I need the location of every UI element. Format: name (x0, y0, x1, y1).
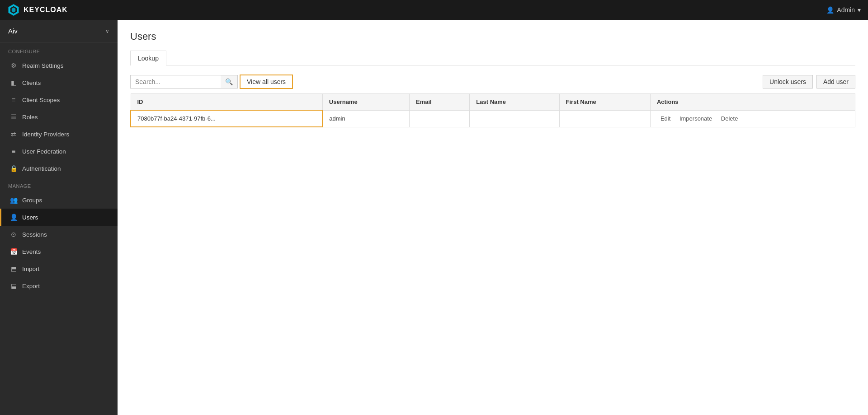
users-icon: 👤 (9, 213, 18, 221)
sidebar: Aiv ∨ Configure ⚙ Realm Settings ◧ Clien… (0, 20, 118, 415)
sidebar-item-roles[interactable]: ☰ Roles (0, 108, 118, 126)
toolbar-row: 🔍 View all users Unlock users Add user (130, 75, 855, 89)
realm-chevron-icon: ∨ (105, 28, 109, 34)
tabs: Lookup (130, 51, 855, 65)
add-user-button[interactable]: Add user (816, 75, 855, 89)
realm-name: Aiv (8, 27, 18, 35)
sidebar-item-export[interactable]: ⬓ Export (0, 277, 118, 294)
sidebar-item-label: Sessions (22, 231, 47, 238)
sidebar-item-label: Authentication (22, 165, 61, 172)
col-id: ID (131, 94, 322, 111)
authentication-icon: 🔒 (9, 164, 18, 173)
sidebar-item-realm-settings[interactable]: ⚙ Realm Settings (0, 57, 118, 74)
user-lastname-cell (470, 110, 559, 127)
sidebar-item-label: Users (22, 214, 38, 221)
sidebar-item-clients[interactable]: ◧ Clients (0, 74, 118, 91)
col-last-name: Last Name (470, 94, 559, 111)
logo-text: KEYCLOAK (24, 6, 68, 14)
col-username: Username (322, 94, 409, 111)
search-icon: 🔍 (225, 78, 233, 85)
roles-icon: ☰ (9, 113, 18, 121)
manage-section-label: Manage (0, 177, 118, 191)
view-all-users-button[interactable]: View all users (240, 75, 293, 89)
sidebar-item-label: Client Scopes (22, 97, 60, 103)
keycloak-logo-icon (7, 4, 20, 16)
topbar: KEYCLOAK 👤 Admin ▾ (0, 0, 868, 20)
sidebar-item-label: Roles (22, 114, 38, 121)
sidebar-item-events[interactable]: 📅 Events (0, 243, 118, 260)
sidebar-item-import[interactable]: ⬒ Import (0, 260, 118, 277)
unlock-users-button[interactable]: Unlock users (763, 75, 813, 89)
sessions-icon: ⊙ (9, 230, 18, 238)
sidebar-item-users[interactable]: 👤 Users (0, 209, 118, 226)
delete-action[interactable]: Delete (717, 115, 742, 122)
chevron-down-icon: ▾ (858, 6, 861, 14)
configure-section-label: Configure (0, 42, 118, 57)
edit-action[interactable]: Edit (657, 115, 674, 122)
tab-lookup[interactable]: Lookup (130, 51, 166, 65)
user-firstname-cell (559, 110, 650, 127)
page-title: Users (130, 31, 855, 42)
impersonate-action[interactable]: Impersonate (676, 115, 716, 122)
clients-icon: ◧ (9, 79, 18, 87)
col-first-name: First Name (559, 94, 650, 111)
user-menu[interactable]: 👤 Admin ▾ (826, 6, 861, 14)
table-header-row: ID Username Email Last Name First Name A… (131, 94, 855, 111)
right-actions: Unlock users Add user (763, 75, 855, 89)
sidebar-item-groups[interactable]: 👥 Groups (0, 191, 118, 209)
realm-selector[interactable]: Aiv ∨ (0, 20, 118, 42)
col-actions: Actions (650, 94, 855, 111)
user-id-cell[interactable]: 7080b77f-ba24-4371-97fb-6... (131, 110, 322, 127)
sidebar-item-authentication[interactable]: 🔒 Authentication (0, 160, 118, 177)
table-row: 7080b77f-ba24-4371-97fb-6... admin (131, 110, 855, 127)
sidebar-item-label: User Federation (22, 148, 66, 155)
client-scopes-icon: ≡ (9, 96, 18, 104)
search-wrapper: 🔍 (130, 75, 238, 89)
sidebar-item-label: Clients (22, 79, 41, 86)
user-icon: 👤 (826, 6, 834, 14)
sidebar-item-user-federation[interactable]: ≡ User Federation (0, 143, 118, 160)
col-email: Email (410, 94, 470, 111)
identity-providers-icon: ⇄ (9, 130, 18, 138)
user-label: Admin (837, 6, 855, 14)
sidebar-item-label: Export (22, 283, 40, 289)
realm-settings-icon: ⚙ (9, 61, 18, 70)
sidebar-item-label: Groups (22, 197, 42, 204)
sidebar-item-label: Identity Providers (22, 131, 69, 138)
search-input[interactable] (130, 75, 221, 89)
user-actions-cell: Edit Impersonate Delete (650, 110, 855, 127)
search-button[interactable]: 🔍 (221, 75, 238, 89)
user-email-cell (410, 110, 470, 127)
events-icon: 📅 (9, 247, 18, 256)
sidebar-item-identity-providers[interactable]: ⇄ Identity Providers (0, 126, 118, 143)
sidebar-item-label: Events (22, 248, 41, 255)
sidebar-item-label: Realm Settings (22, 62, 64, 69)
logo: KEYCLOAK (7, 4, 68, 16)
sidebar-item-client-scopes[interactable]: ≡ Client Scopes (0, 91, 118, 108)
main-content: Users Lookup 🔍 View all users Unlock use… (118, 20, 868, 415)
export-icon: ⬓ (9, 282, 18, 290)
sidebar-item-label: Import (22, 266, 39, 272)
users-table: ID Username Email Last Name First Name A… (130, 93, 855, 127)
sidebar-item-sessions[interactable]: ⊙ Sessions (0, 226, 118, 243)
import-icon: ⬒ (9, 265, 18, 273)
user-username-cell: admin (322, 110, 409, 127)
groups-icon: 👥 (9, 196, 18, 204)
user-federation-icon: ≡ (9, 147, 18, 155)
